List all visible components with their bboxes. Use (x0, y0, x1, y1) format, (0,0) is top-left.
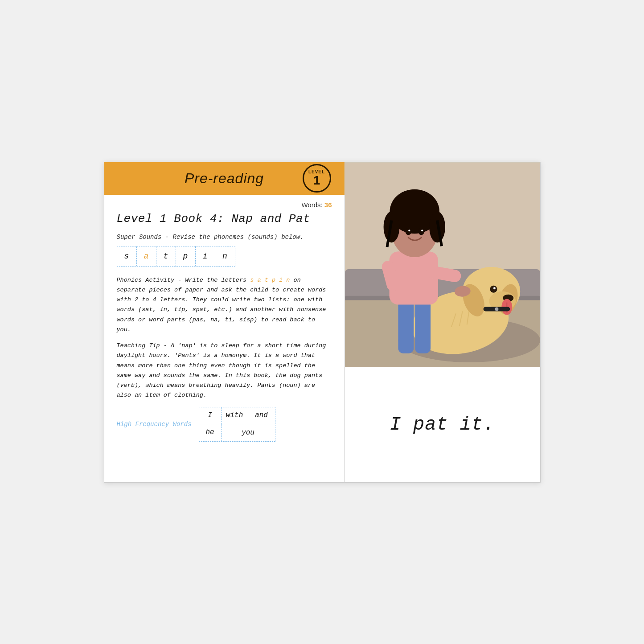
hfw-section: High Frequency Words I with and he you (117, 407, 332, 442)
svg-rect-22 (415, 300, 431, 353)
words-label: Words: (301, 201, 322, 209)
left-content: Words: 36 Level 1 Book 4: Nap and Pat Su… (104, 195, 345, 482)
svg-rect-21 (398, 300, 414, 353)
hfw-word-he: he (199, 424, 222, 441)
book-title: Level 1 Book 4: Nap and Pat (117, 212, 332, 226)
level-badge: LEVEL 1 (303, 164, 331, 193)
teaching-tip-text: Teaching Tip - A 'nap' is to sleep for a… (117, 341, 332, 401)
phoneme-p: p (176, 246, 196, 266)
svg-point-35 (418, 228, 424, 235)
hfw-word-and: and (248, 407, 275, 424)
svg-point-33 (405, 228, 411, 235)
level-number: 1 (313, 174, 320, 187)
phoneme-grid: s a t p i n (117, 246, 235, 267)
super-sounds-label: Super Sounds - Revise the phonemes (soun… (117, 234, 332, 241)
svg-point-34 (408, 230, 410, 231)
words-line: Words: 36 (117, 201, 332, 209)
phoneme-n: n (215, 246, 235, 266)
hfw-grid: I with and he you (199, 407, 275, 442)
book-container: Pre-reading LEVEL 1 Words: 36 Level 1 Bo… (104, 162, 541, 483)
svg-point-12 (490, 285, 497, 292)
sentence-area: I pat it. (345, 367, 540, 482)
words-count: 36 (324, 201, 332, 209)
phoneme-s: s (117, 246, 137, 266)
phoneme-t: t (156, 246, 176, 266)
hfw-word-I: I (199, 407, 222, 424)
scene-image (345, 162, 540, 367)
photo-area (345, 162, 540, 367)
svg-point-13 (493, 287, 495, 289)
phoneme-i: i (196, 246, 215, 266)
svg-point-17 (495, 307, 498, 311)
right-panel: I pat it. (345, 162, 540, 482)
hfw-label: High Frequency Words (117, 421, 192, 428)
left-panel: Pre-reading LEVEL 1 Words: 36 Level 1 Bo… (104, 162, 345, 482)
phonics-activity-text: Phonics Activity - Write the letters s a… (117, 275, 332, 335)
hfw-word-you: you (222, 424, 275, 441)
phoneme-a: a (137, 246, 156, 266)
header-bar: Pre-reading LEVEL 1 (104, 162, 345, 195)
hfw-word-with: with (222, 407, 248, 424)
sentence-text: I pat it. (390, 414, 495, 435)
svg-point-36 (421, 230, 423, 231)
pre-reading-title: Pre-reading (185, 170, 264, 187)
